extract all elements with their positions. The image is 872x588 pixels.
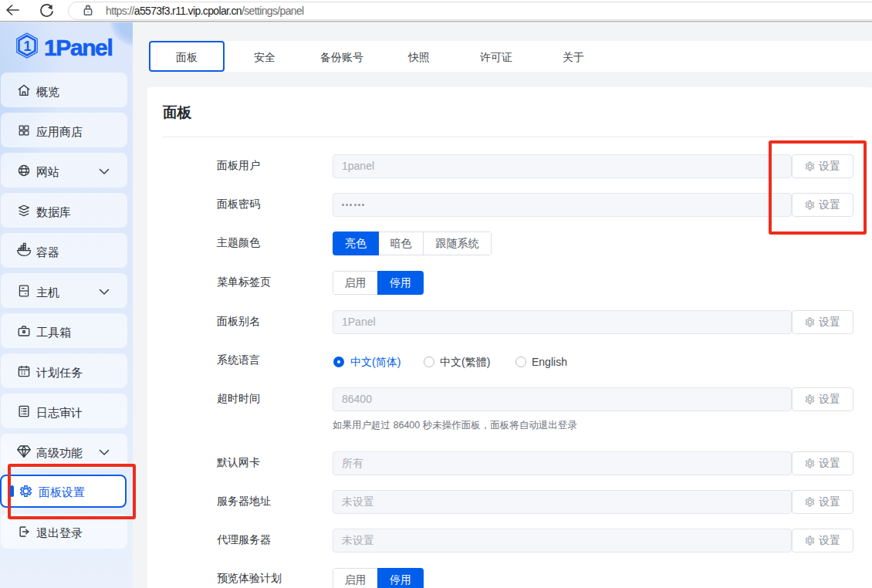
svg-text:1: 1 (23, 39, 31, 54)
